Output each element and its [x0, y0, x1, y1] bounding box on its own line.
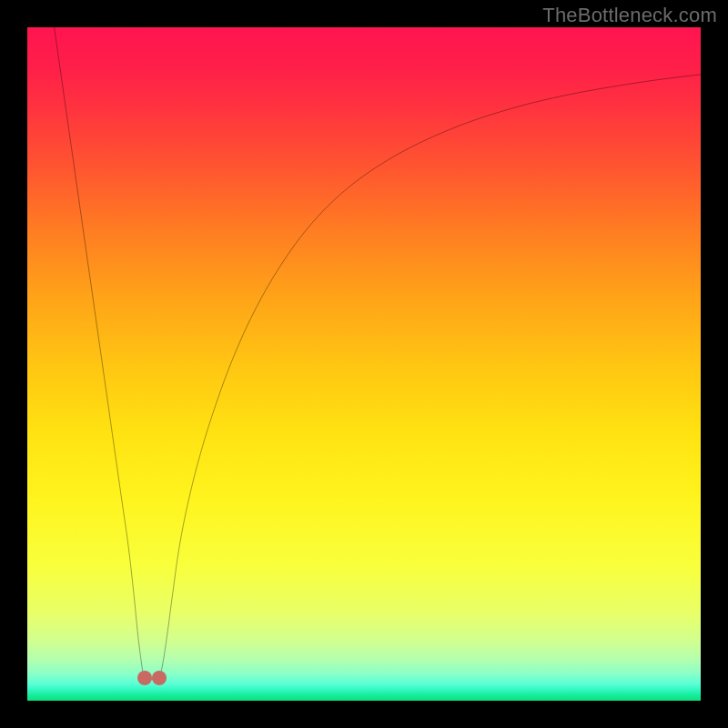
chart-frame: TheBottleneck.com — [0, 0, 728, 728]
endpoint-left-marker — [137, 671, 152, 685]
left-branch — [55, 27, 145, 678]
watermark: TheBottleneck.com — [542, 4, 717, 27]
plot-area — [27, 27, 701, 701]
endpoint-right-marker — [152, 671, 167, 685]
right-branch — [159, 75, 701, 678]
bottleneck-curve — [27, 27, 701, 701]
